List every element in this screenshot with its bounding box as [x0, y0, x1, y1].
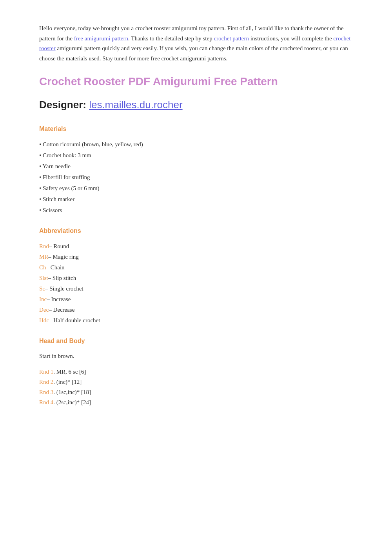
- abbrev-hdc: Hdc– Half double crochet: [39, 316, 353, 325]
- designer-link[interactable]: les.mailles.du.rocher: [89, 99, 182, 111]
- intro-text-2: . Thanks to the detailed step by step: [128, 35, 214, 42]
- list-item: Yarn needle: [39, 162, 353, 171]
- abbreviations-heading: Abbreviations: [39, 226, 353, 236]
- round-3: Rnd 3. (1sc,inc)* [18]: [39, 387, 353, 397]
- list-item: Cotton ricorumi (brown, blue, yellow, re…: [39, 140, 353, 149]
- abbrev-slst: Slst– Slip stitch: [39, 273, 353, 283]
- abbrev-sc: Sc– Single crochet: [39, 284, 353, 293]
- abbrev-inc: Inc– Increase: [39, 294, 353, 304]
- crochet-pattern-link[interactable]: crochet pattern: [214, 35, 249, 42]
- designer-line: Designer: les.mailles.du.rocher: [39, 97, 353, 113]
- round-2: Rnd 2. (inc)* [12]: [39, 377, 353, 387]
- head-body-section: Head and Body Start in brown. Rnd 1. MR,…: [39, 336, 353, 407]
- abbrev-dec: Dec– Decrease: [39, 305, 353, 314]
- list-item: Scissors: [39, 205, 353, 215]
- materials-list: Cotton ricorumi (brown, blue, yellow, re…: [39, 140, 353, 215]
- intro-paragraph: Hello everyone, today we brought you a c…: [39, 24, 353, 64]
- list-item: Stitch marker: [39, 194, 353, 204]
- main-title: Crochet Rooster PDF Amigurumi Free Patte…: [39, 73, 353, 91]
- intro-text-4: amigurumi pattern quickly and very easil…: [39, 45, 348, 62]
- abbrev-ch: Ch– Chain: [39, 263, 353, 272]
- intro-text-3: instructions, you will complete the: [249, 35, 333, 42]
- free-amigurumi-link[interactable]: free amigurumi pattern: [74, 35, 128, 42]
- materials-section: Materials Cotton ricorumi (brown, blue, …: [39, 124, 353, 215]
- round-4: Rnd 4. (2sc,inc)* [24]: [39, 398, 353, 407]
- materials-heading: Materials: [39, 124, 353, 134]
- abbreviations-section: Abbreviations Rnd– Round MR– Magic ring …: [39, 226, 353, 325]
- abbrev-rnd: Rnd– Round: [39, 242, 353, 251]
- designer-label: Designer:: [39, 99, 86, 111]
- head-body-heading: Head and Body: [39, 336, 353, 346]
- list-item: Safety eyes (5 or 6 mm): [39, 183, 353, 193]
- abbrev-mr: MR– Magic ring: [39, 252, 353, 262]
- start-text: Start in brown.: [39, 351, 353, 361]
- round-1: Rnd 1. MR, 6 sc [6]: [39, 367, 353, 376]
- list-item: Crochet hook: 3 mm: [39, 151, 353, 160]
- list-item: Fiberfill for stuffing: [39, 173, 353, 182]
